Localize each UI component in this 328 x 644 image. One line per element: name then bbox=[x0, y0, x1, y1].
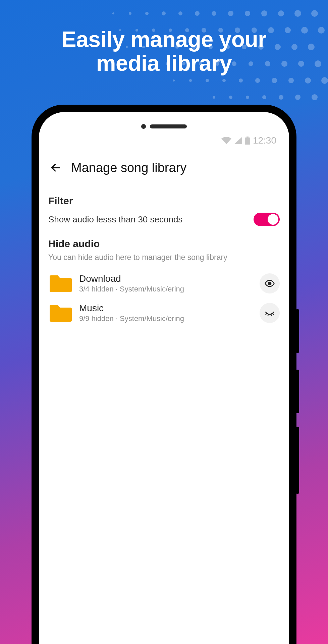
filter-toggle[interactable] bbox=[254, 213, 280, 226]
eye-closed-icon bbox=[264, 308, 275, 318]
svg-point-61 bbox=[246, 96, 249, 99]
volume-up-button bbox=[296, 309, 299, 353]
folder-icon bbox=[48, 304, 72, 322]
folder-meta: 9/9 hidden · System/Music/ering bbox=[79, 314, 252, 323]
svg-point-65 bbox=[312, 94, 318, 100]
status-time: 12:30 bbox=[253, 135, 276, 146]
svg-point-55 bbox=[272, 78, 277, 83]
svg-line-70 bbox=[266, 313, 267, 314]
visibility-toggle-button[interactable] bbox=[260, 273, 280, 293]
svg-point-49 bbox=[173, 79, 175, 82]
promo-title-line2: media library bbox=[96, 51, 232, 75]
cellular-icon bbox=[234, 137, 242, 144]
svg-point-60 bbox=[229, 96, 232, 99]
toggle-knob bbox=[268, 214, 278, 225]
svg-line-73 bbox=[273, 313, 273, 314]
svg-point-58 bbox=[321, 77, 328, 84]
svg-point-54 bbox=[255, 78, 260, 83]
svg-point-64 bbox=[295, 95, 300, 100]
svg-point-51 bbox=[206, 79, 209, 82]
svg-line-72 bbox=[271, 314, 271, 316]
svg-point-59 bbox=[213, 96, 215, 99]
svg-point-56 bbox=[288, 78, 294, 83]
folder-name: Download bbox=[79, 273, 252, 284]
filter-section-title: Filter bbox=[48, 195, 280, 207]
svg-point-53 bbox=[239, 78, 243, 83]
svg-rect-66 bbox=[247, 137, 249, 138]
page-title: Manage song library bbox=[71, 161, 186, 175]
svg-line-71 bbox=[268, 314, 268, 316]
hide-audio-subtitle: You can hide audio here to manager the s… bbox=[48, 253, 280, 262]
status-bar: 12:30 bbox=[39, 132, 289, 147]
svg-point-57 bbox=[305, 77, 311, 84]
folder-row[interactable]: Music 9/9 hidden · System/Music/ering bbox=[48, 298, 280, 328]
arrow-left-icon bbox=[50, 162, 61, 173]
folder-icon bbox=[48, 274, 72, 293]
volume-down-button bbox=[296, 370, 299, 413]
svg-point-52 bbox=[222, 79, 226, 82]
svg-point-50 bbox=[189, 79, 192, 82]
battery-icon bbox=[245, 137, 250, 145]
svg-point-69 bbox=[268, 282, 271, 285]
promo-title: Easily manage your media library bbox=[0, 0, 328, 75]
filter-row: Show audio lesss than 30 seconds bbox=[48, 213, 280, 226]
back-button[interactable] bbox=[48, 160, 63, 175]
folder-row[interactable]: Download 3/4 hidden · System/Music/ering bbox=[48, 269, 280, 298]
eye-open-icon bbox=[264, 278, 275, 289]
phone-notch bbox=[141, 124, 187, 129]
phone-screen: 12:30 Manage song library Filter Show au… bbox=[39, 112, 289, 644]
svg-point-63 bbox=[279, 95, 283, 100]
phone-frame: 12:30 Manage song library Filter Show au… bbox=[32, 105, 296, 644]
power-button bbox=[296, 427, 299, 494]
folder-text: Music 9/9 hidden · System/Music/ering bbox=[79, 303, 252, 323]
folder-meta: 3/4 hidden · System/Music/ering bbox=[79, 285, 252, 293]
folder-text: Download 3/4 hidden · System/Music/ering bbox=[79, 273, 252, 293]
folder-name: Music bbox=[79, 303, 252, 314]
svg-point-62 bbox=[262, 95, 266, 99]
visibility-toggle-button[interactable] bbox=[260, 303, 280, 323]
filter-label: Show audio lesss than 30 seconds bbox=[48, 214, 182, 225]
hide-audio-section-title: Hide audio bbox=[48, 238, 280, 250]
wifi-icon bbox=[221, 137, 231, 144]
page-content: Filter Show audio lesss than 30 seconds … bbox=[39, 183, 289, 328]
page-header: Manage song library bbox=[39, 147, 289, 183]
svg-rect-67 bbox=[245, 138, 250, 145]
promo-title-line1: Easily manage your bbox=[62, 27, 267, 52]
